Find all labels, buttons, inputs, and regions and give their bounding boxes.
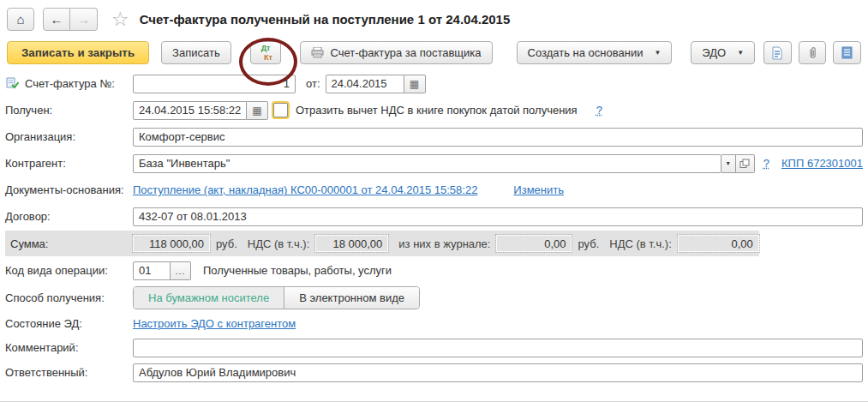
list-icon [841, 46, 853, 59]
responsible-label: Ответственный: [5, 366, 87, 379]
invoice-date-input[interactable]: 24.04.2015 [326, 75, 404, 93]
change-link[interactable]: Изменить [513, 183, 564, 196]
row-contract: Договор: 432-07 от 08.01.2013 [5, 203, 863, 230]
electronic-option[interactable]: В электронном виде [284, 287, 419, 309]
receipt-method-label: Способ получения: [5, 291, 105, 304]
combo-arrow-icon[interactable]: ▼ [721, 154, 736, 173]
date-from-label: от: [306, 77, 320, 90]
vat-label: НДС (в т.ч.): [248, 237, 310, 250]
responsible-input[interactable]: Абдулов Юрий Владимирович [133, 363, 863, 382]
counterparty-input[interactable]: База "Инвентарь" [133, 154, 721, 173]
received-label: Получен: [5, 104, 52, 117]
create-based-on-dropdown[interactable]: Создать на основании ▼ [517, 41, 673, 64]
chevron-down-icon: ▼ [654, 49, 661, 57]
invoice-number-label: Счет-фактура №: [25, 77, 115, 90]
setup-edo-link[interactable]: Настроить ЭДО с контрагентом [133, 317, 296, 330]
row-operation-code: Код вида операции: 01 ... Полученные тов… [5, 257, 863, 284]
document-saved-icon [5, 77, 19, 90]
row-edo-state: Состояние ЭД: Настроить ЭДО с контрагент… [5, 312, 863, 335]
home-icon[interactable]: ⌂ [7, 8, 34, 31]
favorite-star-icon[interactable]: ☆ [111, 9, 129, 29]
open-button[interactable] [736, 154, 755, 173]
row-comment: Комментарий: [5, 335, 863, 360]
kpp-link[interactable]: КПП 672301001 [781, 157, 863, 170]
header: ⌂ ← → ☆ Счет-фактура полученный на посту… [0, 0, 868, 34]
row-received: Получен: 24.04.2015 15:58:22 ▦ Отразить … [5, 97, 863, 123]
received-datetime-input[interactable]: 24.04.2015 15:58:22 [133, 101, 247, 120]
reflect-vat-checkbox-label: Отразить вычет НДС в книге покупок датой… [296, 104, 578, 117]
organization-input[interactable]: Комфорт-сервис [133, 128, 863, 147]
currency-label: руб. [216, 237, 237, 250]
comment-label: Комментарий: [5, 341, 79, 354]
calendar-icon[interactable]: ▦ [247, 101, 268, 120]
dt-kt-postings-button[interactable]: Дт Кт [250, 41, 282, 64]
row-base-documents: Документы-основания: Поступление (акт, н… [5, 177, 863, 203]
amount-label: Сумма: [10, 237, 48, 250]
print-invoice-button[interactable]: Счет-фактура за поставщика [300, 41, 492, 64]
row-responsible: Ответственный: Абдулов Юрий Владимирович [5, 360, 863, 385]
edo-state-label: Состояние ЭД: [5, 317, 82, 330]
base-document-link[interactable]: Поступление (акт, накладная) КС00-000001… [133, 183, 477, 196]
row-receipt-method: Способ получения: На бумажном носителе В… [5, 284, 863, 312]
journal-label: из них в журнале: [398, 237, 490, 250]
document-icon [771, 46, 783, 60]
attachments-button[interactable] [799, 41, 827, 64]
counterparty-label: Контрагент: [5, 157, 66, 170]
document-report-button[interactable] [763, 41, 792, 64]
currency-label: руб. [578, 237, 599, 250]
base-documents-label: Документы-основания: [5, 183, 124, 196]
help-link[interactable]: ? [596, 104, 602, 117]
printer-icon [311, 47, 324, 58]
organization-label: Организация: [5, 130, 75, 143]
contract-input[interactable]: 432-07 от 08.01.2013 [133, 207, 863, 226]
document-form: Счет-фактура №: 1 от: 24.04.2015 ▦ Получ… [0, 69, 868, 385]
reflect-vat-checkbox[interactable] [273, 103, 288, 117]
paper-option[interactable]: На бумажном носителе [134, 287, 284, 309]
row-invoice-number: Счет-фактура №: 1 от: 24.04.2015 ▦ [5, 70, 863, 97]
contract-label: Договор: [5, 210, 51, 223]
page-title: Счет-фактура полученный на поступление 1… [140, 12, 511, 27]
operation-code-description: Полученные товары, работы, услуги [203, 264, 392, 277]
journal-total-field: 0,00 [496, 235, 572, 252]
journal-vat-label: НДС (в т.ч.): [609, 237, 672, 250]
totals-band: Сумма: 118 000,00 руб. НДС (в т.ч.): 18 … [5, 231, 759, 256]
row-counterparty: Контрагент: База "Инвентарь" ▼ ? КПП 672… [5, 150, 863, 177]
vat-field: 18 000,00 [315, 235, 388, 252]
row-organization: Организация: Комфорт-сервис [5, 123, 863, 150]
comment-input[interactable] [133, 339, 863, 357]
register-list-button[interactable] [833, 41, 861, 64]
toolbar: Записать и закрыть Записать Дт Кт Счет-ф… [0, 34, 868, 69]
operation-code-input[interactable]: 01 [133, 261, 171, 280]
operation-code-label: Код вида операции: [5, 264, 108, 277]
choose-icon[interactable]: ... [171, 261, 191, 280]
forward-icon: → [70, 8, 98, 31]
receipt-method-toggle: На бумажном носителе В электронном виде [133, 286, 420, 309]
paperclip-icon [806, 46, 818, 60]
journal-vat-field: 0,00 [678, 235, 759, 252]
edo-dropdown[interactable]: ЭДО ▼ [691, 41, 755, 64]
back-icon[interactable]: ← [43, 8, 70, 31]
counterparty-help-link[interactable]: ? [763, 157, 769, 170]
calendar-icon[interactable]: ▦ [404, 75, 426, 93]
amount-total-field: 118 000,00 [133, 235, 210, 252]
save-button[interactable]: Записать [161, 41, 231, 64]
dt-kt-icon: Дт Кт [259, 44, 272, 62]
open-form-icon [739, 159, 750, 169]
chevron-down-icon: ▼ [737, 49, 744, 57]
invoice-number-input[interactable]: 1 [133, 75, 296, 93]
save-and-close-button[interactable]: Записать и закрыть [7, 41, 149, 64]
nav-history-group: ← → [43, 8, 98, 31]
